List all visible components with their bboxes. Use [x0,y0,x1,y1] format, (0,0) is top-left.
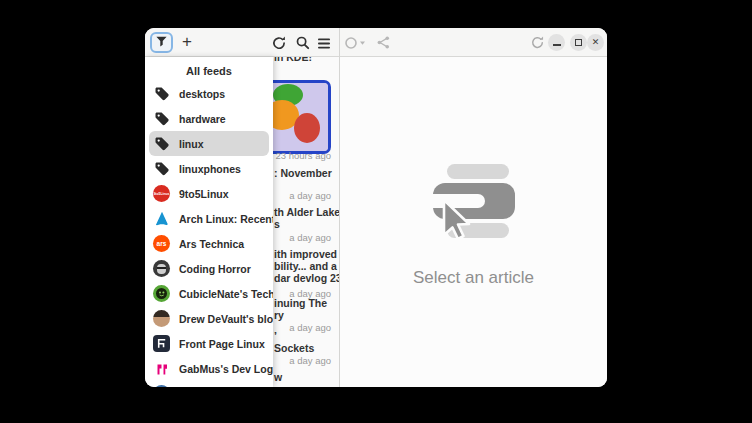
maximize-icon [575,39,582,46]
popover-feed-ars-technica[interactable]: arsArs Technica [145,231,273,256]
feed-item-label: Drew DeVault's blog [179,313,273,325]
feed-icon-partial [153,385,170,387]
feed-item-label: 9to5Linux [179,188,229,200]
popover-tag-linuxphones[interactable]: linuxphones [145,156,273,181]
menu-button[interactable] [317,36,331,54]
feed-item-label: Arch Linux: Recent ne... [179,213,273,225]
article-list-item[interactable]: in KDE!23 hours ago [273,58,339,171]
popover-feed-cubiclenate-s-techpad[interactable]: CubicleNate's Techpad [145,281,273,306]
reader-options-button[interactable] [344,36,369,54]
article-title-fragment: ith improved [274,248,337,260]
article-timestamp: a day ago [289,232,331,243]
popover-tag-linux[interactable]: linux [149,131,269,156]
feed-item-label: Ars Technica [179,238,244,250]
search-button[interactable] [295,35,311,51]
popover-feed-coding-horror[interactable]: Coding Horror [145,256,273,281]
article-title-fragment: inuing The [274,297,327,309]
share-icon [376,35,391,54]
popover-feed-partial[interactable] [145,381,273,387]
9to5linux-logo: 9to5Linux [153,185,170,202]
feeds-filter-popover: All feeds desktopshardwarelinuxlinuxphon… [145,57,273,387]
feed-item-label: Front Page Linux [179,338,265,350]
article-timestamp: a day ago [289,190,331,201]
feed-item-label: CubicleNate's Techpad [179,288,273,300]
feed-item-label: linuxphones [179,163,241,175]
header-bar: + [145,28,607,57]
article-title-fragment: th Alder Lake [274,206,339,218]
feed-item-label: hardware [179,113,226,125]
article-title-fragment: : November [274,167,332,179]
codinghorror-logo [153,260,170,277]
refresh-icon [271,35,287,51]
popover-tag-desktops[interactable]: desktops [145,81,273,106]
refresh-button[interactable] [271,35,287,51]
open-in-browser-button[interactable] [530,35,545,54]
minimize-icon [553,44,561,46]
popover-feed-arch-linux-recent-ne[interactable]: Arch Linux: Recent ne... [145,206,273,231]
article-thumbnail-image [273,80,331,154]
article-title-fragment: dar devlog 23 [274,272,339,284]
article-title-fragment: Sockets [274,342,314,354]
popover-feed-drew-devault-s-blog[interactable]: Drew DeVault's blog [145,306,273,331]
circular-arrow-icon [530,35,545,54]
add-feed-button[interactable]: + [176,31,198,53]
frontpagelinux-logo [153,335,170,352]
popover-feed-front-page-linux[interactable]: Front Page Linux [145,331,273,356]
popover-tag-hardware[interactable]: hardware [145,106,273,131]
feed-item-label: GabMus's Dev Log [179,363,273,375]
gabmus-logo [153,360,170,377]
article-title-fragment: ry [274,309,284,321]
tag-icon [153,110,170,127]
article-timestamp: a day ago [289,322,331,333]
article-list-item[interactable]: w [273,378,339,387]
tag-icon [153,135,170,152]
minimize-button[interactable] [548,34,565,51]
filter-button[interactable] [150,32,173,53]
ars-logo: ars [153,235,170,252]
article-title-fragment: w [274,371,282,383]
article-list-item[interactable]: ’Socketsa day ago [273,337,339,376]
tag-icon [153,160,170,177]
cubiclenate-logo [153,285,170,302]
feed-item-label: linux [179,138,204,150]
close-button[interactable]: ✕ [587,34,604,51]
feeds-app-logo-icon [431,164,517,246]
header-separator [339,28,340,57]
drewdevault-logo [153,310,170,327]
article-title-fragment: s [274,218,280,230]
arch-logo [153,210,170,227]
article-timestamp: a day ago [289,355,331,366]
share-button[interactable] [376,35,391,54]
article-timestamp: 23 hours ago [276,150,331,161]
app-window: + [145,28,607,387]
article-title-fragment: in KDE! [274,57,312,63]
maximize-button[interactable] [570,34,587,51]
popover-feed-9to5linux[interactable]: 9to5Linux9to5Linux [145,181,273,206]
select-article-placeholder: Select an article [413,268,534,288]
funnel-icon [155,34,168,52]
hamburger-icon [317,36,331,54]
desktop-background: + [0,0,752,423]
tag-icon [153,85,170,102]
feed-item-label: Coding Horror [179,263,251,275]
circle-caret-icon [344,36,369,54]
article-title-fragment: bility... and a [274,260,337,272]
article-list-item[interactable]: th Alder Lakesa day ago [273,213,339,253]
article-list[interactable]: in KDE!23 hours ago: Novembera day agoth… [273,57,339,387]
popover-feed-gabmus-s-dev-log[interactable]: GabMus's Dev Log [145,356,273,381]
all-feeds-item[interactable]: All feeds [145,61,273,81]
article-title-fragment: ’ [274,330,277,342]
search-icon [295,35,311,51]
close-icon: ✕ [592,38,600,47]
feed-item-label: desktops [179,88,225,100]
article-view-pane: Select an article [340,57,607,387]
